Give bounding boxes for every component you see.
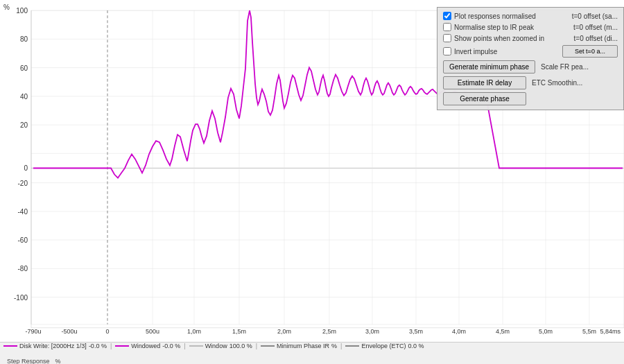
envelope-label: Envelope (ETC) [361, 343, 406, 349]
scale-fr-label: Scale FR pea... [541, 63, 618, 71]
min-phase-line-icon [261, 345, 275, 347]
svg-text:2,5m: 2,5m [322, 328, 336, 335]
disk-write-line-icon [3, 345, 17, 347]
svg-text:-100: -100 [14, 294, 28, 302]
show-points-label: Show points when zoomed in [454, 35, 574, 42]
svg-text:40: 40 [20, 93, 28, 101]
estimate-ir-delay-button[interactable]: Estimate IR delay [443, 76, 526, 89]
svg-text:60: 60 [20, 64, 28, 72]
generate-phase-button[interactable]: Generate phase [443, 92, 526, 105]
chart-area: % Plot responses normalised t=0 offset (… [0, 0, 624, 342]
plot-normalised-label: Plot responses normalised [454, 12, 572, 20]
window-label: Window [205, 343, 227, 349]
svg-text:1,0m: 1,0m [187, 328, 201, 335]
windowed-label: Windowed [131, 343, 160, 349]
status-windowed: Windowed -0.0 % [115, 343, 180, 349]
checkbox-row-normalise-step: Normalise step to IR peak t=0 offset (m.… [443, 23, 618, 31]
plot-normalised-checkbox[interactable] [443, 12, 451, 20]
svg-text:3,5m: 3,5m [409, 328, 423, 335]
svg-text:3,0m: 3,0m [365, 328, 379, 335]
svg-text:5,0m: 5,0m [539, 328, 553, 335]
svg-text:-40: -40 [18, 208, 28, 216]
svg-text:20: 20 [20, 121, 28, 129]
checkbox-row-normalised: Plot responses normalised t=0 offset (sa… [443, 12, 618, 20]
envelope-pct: 0.0 % [408, 343, 424, 349]
svg-text:100: 100 [16, 7, 28, 15]
svg-text:5,84ms: 5,84ms [600, 328, 621, 335]
disk-write-label: Disk Write: [2000Hz 1/3] [19, 343, 87, 349]
svg-text:-500u: -500u [62, 328, 78, 335]
disk-write-pct: -0.0 % [89, 343, 107, 349]
svg-text:-60: -60 [18, 236, 28, 244]
svg-text:-20: -20 [18, 180, 28, 187]
window-line-icon [189, 345, 203, 347]
svg-text:-80: -80 [18, 265, 28, 272]
status-min-phase: Minimum Phase IR % [261, 343, 337, 349]
normalise-step-checkbox[interactable] [443, 23, 451, 31]
main-container: % Plot responses normalised t=0 offset (… [0, 0, 624, 364]
status-disk-write: Disk Write: [2000Hz 1/3] -0.0 % [3, 343, 107, 349]
generate-phase-row: Generate phase [443, 92, 618, 105]
step-response-pct: % [55, 358, 61, 364]
generate-minimum-phase-button[interactable]: Generate minimum phase [443, 60, 535, 73]
checkbox-row-show-points: Show points when zoomed in t=0 offset (d… [443, 34, 618, 42]
min-phase-label: Minimum Phase IR [277, 343, 329, 349]
set-t0-button[interactable]: Set t=0 a... [562, 45, 618, 58]
windowed-line-icon [115, 345, 129, 347]
svg-text:5,5m: 5,5m [582, 328, 596, 335]
svg-text:2,0m: 2,0m [277, 328, 291, 335]
show-points-checkbox[interactable] [443, 34, 451, 42]
normalise-step-label: Normalise step to IR peak [454, 24, 573, 31]
status-bottom-row: Step Response % [3, 356, 621, 364]
action-buttons: Generate minimum phase Scale FR pea... E… [443, 60, 618, 105]
svg-text:0: 0 [105, 328, 109, 335]
envelope-line-icon [345, 345, 359, 347]
step-response-label: Step Response [7, 358, 50, 364]
svg-text:1,5m: 1,5m [232, 328, 246, 335]
checkbox-row-invert: Invert impulse Set t=0 a... [443, 45, 618, 58]
invert-impulse-label: Invert impulse [454, 48, 562, 55]
svg-text:4,0m: 4,0m [452, 328, 466, 335]
svg-text:-790u: -790u [26, 328, 42, 335]
svg-text:4,5m: 4,5m [496, 328, 510, 335]
status-window: Window 100.0 % [189, 343, 252, 349]
t0-offset-m-text: t=0 offset (m... [573, 24, 618, 31]
svg-text:0: 0 [24, 164, 28, 172]
window-pct: 100.0 % [229, 343, 252, 349]
gen-min-phase-row: Generate minimum phase Scale FR pea... [443, 60, 618, 73]
invert-impulse-checkbox[interactable] [443, 47, 451, 55]
svg-text:500u: 500u [146, 328, 159, 335]
svg-text:80: 80 [20, 35, 28, 43]
windowed-pct: -0.0 % [162, 343, 180, 349]
estimate-delay-row: Estimate IR delay ETC Smoothin... [443, 76, 618, 89]
status-bar: Disk Write: [2000Hz 1/3] -0.0 % | Window… [0, 342, 624, 364]
status-envelope: Envelope (ETC) 0.0 % [345, 343, 424, 349]
t0-offset-di-text: t=0 offset (di... [574, 35, 618, 42]
settings-panel: Plot responses normalised t=0 offset (sa… [437, 7, 624, 110]
t0-offset-sa-text: t=0 offset (sa... [572, 12, 618, 20]
etc-smoothing-label: ETC Smoothin... [532, 79, 618, 87]
min-phase-pct: % [331, 343, 337, 349]
